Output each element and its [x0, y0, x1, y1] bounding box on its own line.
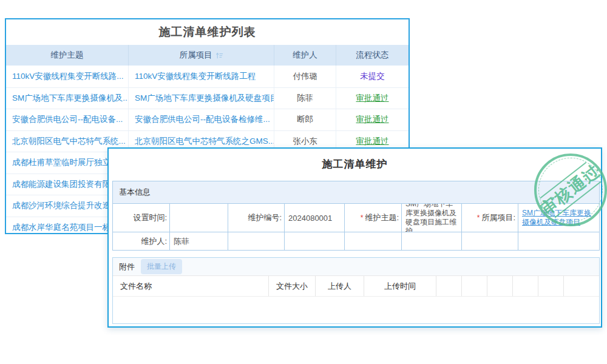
project-value-cell: SM广场地下车库更换摄像机及硬盘项目 [518, 204, 600, 232]
batch-upload-button[interactable]: 批量上传 [141, 259, 182, 274]
table-row: 110kV安徽线程集变开断线路... 110kV安徽线程集变开断线路工程 付伟璐… [6, 66, 409, 87]
basic-info-section-header: 基本信息 [113, 181, 599, 204]
row-project-link[interactable]: SM广场地下车库更换摄像机及硬盘项目 [129, 88, 274, 109]
status-badge[interactable]: 未提交 [360, 71, 385, 82]
required-marker: * [361, 214, 364, 222]
list-table-header: 维护主题 所属项目 维护人 流程状态 [6, 45, 409, 66]
attachments-header-bar: 附件 批量上传 [113, 258, 599, 276]
empty-column [538, 276, 564, 296]
column-header-file-size: 文件大小 [269, 276, 316, 296]
empty-column [564, 276, 598, 296]
empty-column [436, 276, 462, 296]
screen: 施工清单维护列表 维护主题 所属项目 维护人 流程状态 110kV安徽线程集变开… [0, 0, 607, 364]
attachments-empty-body [113, 297, 599, 323]
empty-column [513, 276, 538, 296]
status-badge[interactable]: 审批通过 [356, 114, 389, 125]
column-header-file-name: 文件名称 [113, 276, 269, 296]
maintenance-number-value: 2024080001 [285, 204, 345, 232]
empty-cell [285, 232, 345, 250]
list-page-title: 施工清单维护列表 [6, 19, 409, 45]
row-project-link[interactable]: 110kV安徽线程集变开断线路工程 [129, 66, 274, 87]
table-row: SM广场地下车库更换摄像机及... SM广场地下车库更换摄像机及硬盘项目 陈菲 … [6, 87, 409, 109]
set-time-field[interactable] [170, 204, 228, 232]
basic-info-table: 基本信息 设置时间: 维护编号: 2024080001 * 维护主题: SM广场… [112, 181, 600, 251]
row-maintainer: 断郎 [274, 109, 336, 130]
subject-label-text: 维护主题: [365, 212, 399, 223]
row-subject-link[interactable]: SM广场地下车库更换摄像机及... [6, 88, 129, 109]
project-label-text: 所属项目: [481, 212, 515, 223]
required-marker: * [477, 214, 480, 222]
project-link[interactable]: SM广场地下车库更换摄像机及硬盘项目 [522, 209, 597, 227]
project-label: * 所属项目: [462, 204, 518, 232]
column-header-subject: 维护主题 [6, 45, 129, 66]
maintainer-value: 陈菲 [170, 232, 228, 250]
maintenance-number-label: 维护编号: [228, 204, 285, 232]
row-subject-link[interactable]: 安徽合肥供电公司--配电设备... [6, 109, 129, 130]
column-header-uploader: 上传人 [316, 276, 364, 296]
status-badge[interactable]: 审批通过 [356, 136, 389, 147]
maintainer-label: 维护人: [113, 232, 170, 250]
row-status[interactable]: 审批通过 [336, 88, 409, 109]
row-status[interactable]: 审批通过 [336, 109, 409, 130]
column-header-project-label: 所属项目 [180, 50, 212, 61]
row-status[interactable]: 未提交 [336, 66, 409, 87]
sort-ascending-icon[interactable] [215, 52, 223, 59]
attachments-table-header: 文件名称 文件大小 上传人 上传时间 [113, 276, 599, 297]
column-header-status: 流程状态 [336, 45, 409, 66]
subject-label: * 维护主题: [345, 204, 402, 232]
status-badge[interactable]: 审批通过 [356, 93, 389, 104]
row-maintainer: 付伟璐 [274, 66, 336, 87]
table-row: 安徽合肥供电公司--配电设备... 安徽合肥供电公司--配电设备检修维... 断… [6, 109, 409, 130]
empty-cell [518, 232, 600, 250]
basic-info-row-1: 设置时间: 维护编号: 2024080001 * 维护主题: SM广场地下车库更… [113, 204, 599, 232]
empty-column [487, 276, 513, 296]
basic-info-row-2: 维护人: 陈菲 [113, 232, 599, 250]
empty-cell [228, 232, 285, 250]
maintenance-detail-panel: 施工清单维护 基本信息 设置时间: 维护编号: 2024080001 * 维护主… [107, 147, 602, 328]
empty-column [462, 276, 487, 296]
empty-cell [402, 232, 462, 250]
subject-value: SM广场地下车库更换摄像机及硬盘项目施工维护 [402, 204, 462, 232]
attachments-label: 附件 [119, 261, 135, 272]
row-maintainer: 陈菲 [274, 88, 336, 109]
detail-page-title: 施工清单维护 [109, 157, 601, 171]
set-time-label: 设置时间: [113, 204, 170, 232]
empty-cell [345, 232, 402, 250]
column-header-maintainer: 维护人 [274, 45, 336, 66]
empty-cell [462, 232, 518, 250]
attachments-section: 附件 批量上传 文件名称 文件大小 上传人 上传时间 [112, 257, 600, 324]
column-header-project[interactable]: 所属项目 [129, 45, 274, 66]
row-subject-link[interactable]: 110kV安徽线程集变开断线路... [6, 66, 129, 87]
row-project-link[interactable]: 安徽合肥供电公司--配电设备检修维... [129, 109, 274, 130]
column-header-upload-time: 上传时间 [364, 276, 436, 296]
